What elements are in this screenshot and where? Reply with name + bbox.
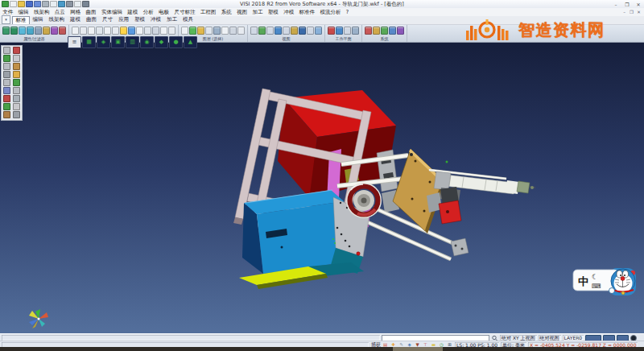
- menu-item-5[interactable]: 曲面: [83, 9, 98, 16]
- menu-item-6[interactable]: 实体编辑: [99, 9, 125, 16]
- ribbon-icon[interactable]: [136, 26, 143, 36]
- doc-control-2[interactable]: ✕: [635, 10, 642, 14]
- ribbon-icon[interactable]: [160, 26, 167, 36]
- menu-item-2[interactable]: 线架构: [31, 9, 52, 16]
- ribbon-icon[interactable]: [275, 26, 282, 36]
- toolbar-tab-应用[interactable]: 应用: [116, 16, 132, 23]
- print-icon[interactable]: [42, 1, 49, 7]
- ribbon-icon[interactable]: [144, 26, 151, 36]
- rotate-view-icon[interactable]: ●: [169, 36, 183, 48]
- menu-item-19[interactable]: ?: [344, 9, 352, 16]
- ribbon-icon[interactable]: [96, 26, 103, 36]
- ribbon-icon[interactable]: [10, 26, 18, 36]
- close-button[interactable]: ✕: [633, 1, 644, 8]
- ribbon-icon[interactable]: [397, 26, 404, 36]
- tool-icon-13[interactable]: [12, 95, 21, 103]
- toolbar-tab-标准[interactable]: 标准: [12, 16, 30, 24]
- view-mode-indicator[interactable]: 绝对 XY 上视图: [500, 335, 537, 341]
- toolbar-tab-线架构[interactable]: 线架构: [46, 16, 68, 23]
- undo-icon[interactable]: [74, 1, 81, 7]
- menu-item-7[interactable]: 建模: [125, 9, 140, 16]
- toolbar-tab-模具[interactable]: 模具: [180, 16, 196, 23]
- menu-item-18[interactable]: 模流分析: [317, 9, 343, 16]
- menu-item-17[interactable]: 标准件: [296, 9, 317, 16]
- ribbon-icon[interactable]: [205, 26, 213, 36]
- ribbon-icon[interactable]: [181, 26, 188, 36]
- toolbar-tab-塑模[interactable]: 塑模: [132, 16, 148, 23]
- zoom-fit-icon[interactable]: ◆: [155, 36, 168, 48]
- menu-item-3[interactable]: 点云: [52, 9, 68, 16]
- tool-icon-5[interactable]: [12, 63, 21, 71]
- ribbon-icon[interactable]: [266, 26, 274, 36]
- side-view-icon[interactable]: ◉: [140, 36, 154, 48]
- ribbon-icon[interactable]: [307, 26, 314, 36]
- ribbon-icon[interactable]: [291, 26, 298, 36]
- front-view-icon[interactable]: ▣: [111, 36, 125, 48]
- tool-icon-10[interactable]: [2, 87, 11, 95]
- ribbon-icon[interactable]: [344, 26, 351, 36]
- tool-icon-8[interactable]: [2, 79, 11, 87]
- export-icon[interactable]: [66, 1, 73, 7]
- new-file-icon[interactable]: [10, 1, 17, 7]
- tool-icon-7[interactable]: [12, 71, 21, 79]
- save-all-icon[interactable]: [34, 1, 41, 7]
- ribbon-icon[interactable]: [88, 26, 95, 36]
- tool-icon-15[interactable]: [12, 103, 21, 111]
- iso-view-icon[interactable]: ◈: [97, 36, 110, 48]
- menu-item-8[interactable]: 分析: [141, 9, 156, 16]
- ribbon-icon[interactable]: [128, 26, 135, 36]
- ribbon-icon[interactable]: [352, 26, 359, 36]
- tool-icon-17[interactable]: [12, 111, 21, 119]
- ribbon-icon[interactable]: [51, 26, 58, 36]
- toolbar-tab-尺寸[interactable]: 尺寸: [100, 16, 116, 23]
- app-icon[interactable]: [2, 1, 9, 7]
- shaded-view-icon[interactable]: ▦: [82, 36, 96, 48]
- ribbon-icon[interactable]: [221, 26, 229, 36]
- menu-item-14[interactable]: 加工: [250, 9, 265, 16]
- maximize-button[interactable]: ❐: [621, 1, 633, 8]
- tool-icon-0[interactable]: [2, 47, 11, 55]
- tool-icon-6[interactable]: [2, 71, 11, 79]
- ribbon-icon[interactable]: [27, 26, 34, 36]
- menu-item-1[interactable]: 编辑: [15, 9, 31, 16]
- ribbon-icon[interactable]: [283, 26, 290, 36]
- moon-icon[interactable]: ☾: [592, 273, 598, 281]
- menu-item-15[interactable]: 塑模: [266, 9, 281, 16]
- toolbar-tab-建模[interactable]: 建模: [68, 16, 84, 23]
- keyboard-icon[interactable]: ⌨: [592, 283, 601, 290]
- ribbon-icon[interactable]: [43, 26, 50, 36]
- ribbon-icon[interactable]: [112, 26, 119, 36]
- ribbon-icon[interactable]: [19, 26, 26, 36]
- ribbon-icon[interactable]: [365, 26, 372, 36]
- toolbar-tab-曲面[interactable]: 曲面: [84, 16, 100, 23]
- tool-icon-11[interactable]: [12, 87, 21, 95]
- ribbon-icon[interactable]: [189, 26, 196, 36]
- tool-icon-1[interactable]: [12, 47, 21, 55]
- ribbon-icon[interactable]: [120, 26, 127, 36]
- active-layer-indicator[interactable]: LAYER0: [563, 335, 584, 341]
- tab-overflow-button[interactable]: ▾: [2, 15, 10, 24]
- toolbar-tab-加工[interactable]: 加工: [164, 16, 180, 23]
- open-folder-icon[interactable]: [18, 1, 25, 7]
- dynamic-view-icon[interactable]: ▲: [184, 36, 197, 48]
- tool-icon-9[interactable]: [12, 79, 21, 87]
- ribbon-icon[interactable]: [381, 26, 388, 36]
- doc-control-1[interactable]: ❐: [628, 10, 635, 14]
- tool-icon-12[interactable]: [2, 95, 11, 103]
- ribbon-icon[interactable]: [35, 26, 42, 36]
- tool-icon-4[interactable]: [2, 63, 11, 71]
- list-view-icon[interactable]: ≡: [68, 36, 81, 48]
- ime-mode-indicator[interactable]: 中: [578, 275, 588, 287]
- ribbon-icon[interactable]: [237, 26, 245, 36]
- ribbon-icon[interactable]: [229, 26, 237, 36]
- menu-item-13[interactable]: 视图: [234, 9, 250, 16]
- ribbon-icon[interactable]: [389, 26, 396, 36]
- ribbon-icon[interactable]: [72, 26, 79, 36]
- menu-item-9[interactable]: 电极: [156, 9, 171, 16]
- dropdown-arrow-icon[interactable]: [82, 1, 89, 7]
- ribbon-icon[interactable]: [104, 26, 111, 36]
- print-preview-icon[interactable]: [50, 1, 57, 7]
- top-view-icon[interactable]: ▥: [126, 36, 139, 48]
- menu-item-4[interactable]: 网格: [68, 9, 83, 16]
- menu-item-16[interactable]: 冲模: [281, 9, 296, 16]
